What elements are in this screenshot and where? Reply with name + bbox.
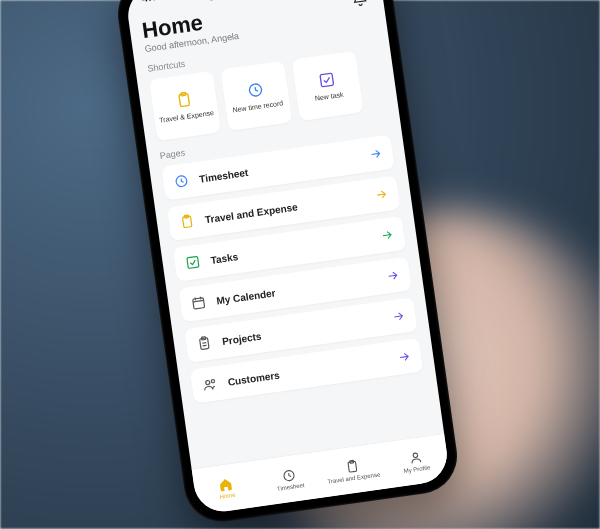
- page-row-label: Travel and Expense: [204, 190, 375, 225]
- clock-icon: [172, 172, 190, 190]
- arrow-right-icon: [379, 227, 395, 243]
- svg-point-19: [211, 379, 215, 383]
- tab-home[interactable]: Home: [192, 461, 262, 515]
- shortcut-new-time-record[interactable]: New time record: [220, 61, 292, 131]
- user-icon: [407, 449, 424, 466]
- tab-profile[interactable]: My Profile: [381, 434, 451, 488]
- calendar-icon: [190, 294, 208, 312]
- shortcut-label: Travel & Expense: [157, 109, 216, 125]
- status-time: 4:03: [141, 0, 164, 4]
- clipboard-icon: [344, 458, 361, 475]
- svg-point-23: [413, 453, 418, 458]
- clipboard-icon: [178, 213, 196, 231]
- pages-list: Timesheet Travel and Expense Tasks: [161, 135, 423, 404]
- tab-label: Timesheet: [277, 482, 305, 492]
- clipboard-icon: [174, 90, 194, 110]
- tab-timesheet[interactable]: Timesheet: [255, 452, 325, 506]
- arrow-right-icon: [396, 349, 412, 365]
- check-square-icon: [184, 253, 202, 271]
- shortcut-travel-expense[interactable]: Travel & Expense: [149, 71, 221, 141]
- page-row-label: Tasks: [210, 231, 381, 266]
- shortcut-new-task[interactable]: New task: [292, 51, 364, 121]
- page-row-label: Timesheet: [199, 149, 370, 184]
- notifications-button[interactable]: [350, 0, 373, 11]
- arrow-right-icon: [373, 187, 389, 203]
- tab-travel-expense[interactable]: Travel and Expense: [318, 443, 388, 497]
- clock-icon: [281, 467, 298, 484]
- page-row-label: Customers: [227, 352, 398, 387]
- page-row-label: My Calender: [216, 271, 387, 306]
- svg-rect-10: [320, 73, 334, 87]
- bell-icon: [350, 0, 370, 9]
- shortcut-label: New time record: [230, 99, 286, 114]
- tab-label: Home: [219, 492, 236, 500]
- svg-point-18: [205, 380, 210, 385]
- check-square-icon: [317, 70, 337, 90]
- home-icon: [218, 476, 235, 493]
- briefcase-icon: [195, 335, 213, 353]
- svg-rect-15: [193, 298, 205, 309]
- clock-icon: [245, 80, 265, 100]
- shortcut-label: New task: [312, 91, 346, 103]
- svg-rect-14: [187, 256, 199, 268]
- page-row-label: Projects: [221, 312, 392, 347]
- arrow-right-icon: [368, 146, 384, 162]
- users-icon: [201, 375, 219, 393]
- tab-label: My Profile: [403, 464, 430, 474]
- arrow-right-icon: [385, 268, 401, 284]
- arrow-right-icon: [390, 308, 406, 324]
